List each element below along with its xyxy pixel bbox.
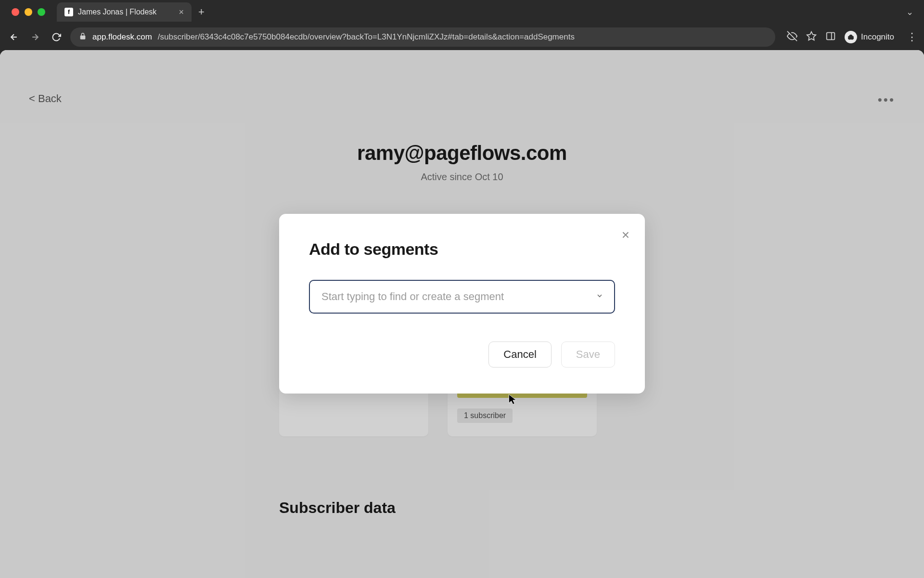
svg-rect-1 [827,32,835,39]
add-to-segments-modal: × Add to segments Cancel Save [279,214,645,394]
tab-overflow-icon[interactable]: ⌄ [906,7,918,17]
window-controls [12,8,45,16]
cancel-button[interactable]: Cancel [488,342,551,368]
address-bar-actions: Incognito ⋮ [787,31,917,44]
modal-actions: Cancel Save [309,342,615,368]
close-icon[interactable]: × [622,227,629,243]
star-icon[interactable] [806,31,817,44]
url-host: app.flodesk.com [92,32,152,42]
segment-select[interactable] [309,280,615,314]
eye-off-icon[interactable] [787,31,797,44]
new-tab-button[interactable]: + [198,6,205,18]
address-bar: app.flodesk.com/subscriber/6343c4c08c7e5… [0,24,924,50]
modal-title: Add to segments [309,240,615,259]
browser-tab[interactable]: f James Jonas | Flodesk × [57,2,192,22]
svg-marker-0 [807,31,816,39]
nav-back-icon[interactable] [7,30,21,44]
browser-chrome: f James Jonas | Flodesk × + ⌄ app.flodes… [0,0,924,50]
incognito-badge[interactable]: Incognito [845,31,894,43]
chevron-down-icon [596,292,603,302]
panel-icon[interactable] [825,31,836,44]
window-close-icon[interactable] [12,8,19,16]
lock-icon [79,32,87,42]
incognito-icon [845,31,857,43]
browser-menu-icon[interactable]: ⋮ [907,31,917,43]
window-minimize-icon[interactable] [25,8,32,16]
nav-forward-icon[interactable] [28,30,42,44]
viewport: < Back ••• ramy@pageflows.com Active sin… [0,50,924,578]
nav-reload-icon[interactable] [49,30,64,44]
segment-input[interactable] [321,290,603,303]
save-button[interactable]: Save [561,342,615,368]
incognito-label: Incognito [861,32,894,42]
favicon-icon: f [64,8,73,16]
url-path: /subscriber/6343c4c08c7e5750b084ecdb/ove… [158,32,575,42]
tab-bar: f James Jonas | Flodesk × + ⌄ [0,0,924,24]
url-bar[interactable]: app.flodesk.com/subscriber/6343c4c08c7e5… [70,27,775,47]
tab-title: James Jonas | Flodesk [78,8,174,16]
window-zoom-icon[interactable] [38,8,45,16]
tab-close-icon[interactable]: × [179,7,184,17]
